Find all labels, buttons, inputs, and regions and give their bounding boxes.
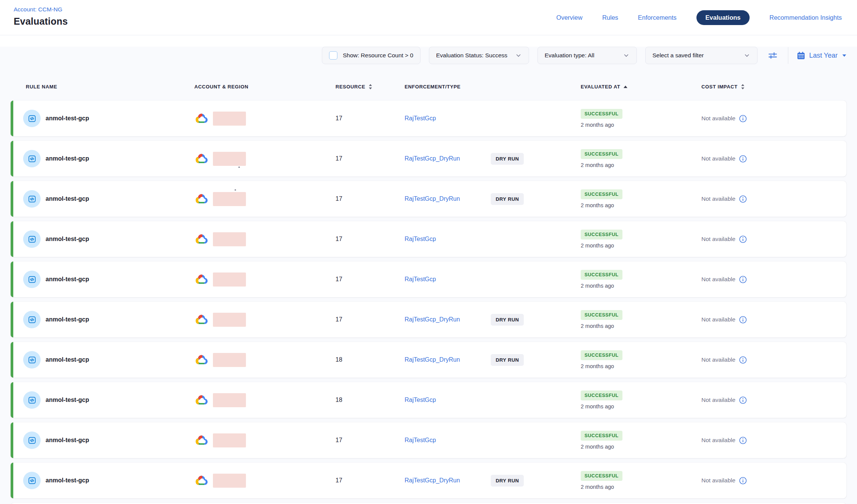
rule-code-icon <box>27 436 37 445</box>
enforcement-link[interactable]: RajTestGcp <box>405 115 491 122</box>
info-icon[interactable] <box>739 316 747 324</box>
resource-count-checkbox[interactable] <box>329 51 337 60</box>
info-icon[interactable] <box>739 477 747 485</box>
rule-avatar <box>23 150 41 167</box>
nav-tab-overview[interactable]: Overview <box>556 14 583 21</box>
rule-name-cell: anmol-test-gcp <box>11 432 194 449</box>
column-header-account-region: ACCOUNT & REGION <box>194 84 336 90</box>
enforcement-link[interactable]: RajTestGcp <box>405 437 491 444</box>
column-header-evaluated-at[interactable]: EVALUATED AT <box>581 84 701 90</box>
evaluation-row[interactable]: anmol-test-gcp 17 RajTestGcp SUCCESSFUL … <box>11 101 846 136</box>
enforcement-link[interactable]: RajTestGcp_DryRun <box>405 155 491 162</box>
sort-icon[interactable] <box>368 83 373 90</box>
enforcement-cell: RajTestGcp_DryRun DRY RUN <box>405 314 581 326</box>
enforcement-link[interactable]: RajTestGcp_DryRun <box>405 316 491 323</box>
resource-count-filter-toggle[interactable]: Show: Resource Count > 0 <box>322 47 421 64</box>
dry-run-badge: DRY RUN <box>491 475 524 487</box>
info-icon[interactable] <box>739 356 747 364</box>
gcp-cloud-icon <box>194 314 209 326</box>
chevron-down-icon <box>515 52 522 59</box>
evaluation-row[interactable]: anmol-test-gcp 18 RajTestGcp_DryRun DRY … <box>11 342 846 378</box>
rule-code-icon <box>27 154 37 164</box>
cost-impact-value: Not available <box>701 276 736 283</box>
status-accent-bar <box>11 382 13 418</box>
enforcement-link[interactable]: RajTestGcp <box>405 397 491 403</box>
status-accent-bar <box>11 422 13 458</box>
evaluation-row[interactable]: anmol-test-gcp 17 RajTestGcp SUCCESSFUL … <box>11 261 846 297</box>
nav-tab-rules[interactable]: Rules <box>602 14 618 21</box>
enforcement-link[interactable]: RajTestGcp <box>405 236 491 243</box>
enforcement-link[interactable]: RajTestGcp_DryRun <box>405 356 491 363</box>
sort-icon[interactable] <box>740 83 745 90</box>
evaluation-type-dropdown[interactable]: Evaluation type: All <box>537 47 637 64</box>
evaluated-time: 2 months ago <box>581 202 614 208</box>
rule-name-cell: anmol-test-gcp <box>11 230 194 248</box>
filter-bar: Show: Resource Count > 0 Evaluation Stat… <box>0 47 857 64</box>
nav-tab-recommendation-insights[interactable]: Recommendation Insights <box>769 14 842 21</box>
status-badge: SUCCESSFUL <box>581 310 622 320</box>
enforcement-link[interactable]: RajTestGcp <box>405 276 491 283</box>
info-icon[interactable] <box>739 235 747 243</box>
evaluation-row[interactable]: anmol-test-gcp 17 RajTestGcp_DryRun DRY … <box>11 302 846 337</box>
rule-code-icon <box>27 235 37 244</box>
info-icon[interactable] <box>739 276 747 284</box>
gcp-cloud-icon <box>194 394 209 406</box>
resource-count-filter-label: Show: Resource Count > 0 <box>343 52 413 59</box>
evaluated-at-cell: SUCCESSFUL 2 months ago <box>581 350 701 369</box>
resource-cell: 18 <box>336 397 405 403</box>
evaluation-status-dropdown[interactable]: Evaluation Status: Success <box>429 47 529 64</box>
enforcement-link[interactable]: RajTestGcp_DryRun <box>405 477 491 484</box>
rule-avatar <box>23 311 41 328</box>
evaluation-row[interactable]: anmol-test-gcp 17 RajTestGcp SUCCESSFUL … <box>11 422 846 458</box>
dry-run-badge: DRY RUN <box>491 193 524 205</box>
evaluation-row[interactable]: anmol-test-gcp 17 RajTestGcp SUCCESSFUL … <box>11 221 846 257</box>
evaluation-row[interactable]: anmol-test-gcp 17 RajTestGcp_DryRun DRY … <box>11 463 846 498</box>
rule-name-cell: anmol-test-gcp <box>11 472 194 489</box>
account-region-cell <box>194 232 336 246</box>
rule-avatar <box>23 351 41 369</box>
account-region-cell <box>194 393 336 407</box>
column-header-resource[interactable]: RESOURCE <box>336 83 405 90</box>
gcp-cloud-icon <box>194 435 209 446</box>
evaluated-time: 2 months ago <box>581 403 614 410</box>
cost-impact-value: Not available <box>701 437 736 444</box>
resource-count: 17 <box>336 236 342 243</box>
cost-impact-cell: Not available <box>701 477 846 485</box>
saved-filter-dropdown[interactable]: Select a saved filter <box>645 47 758 64</box>
sort-ascending-icon[interactable] <box>623 85 628 88</box>
status-badge: SUCCESSFUL <box>581 270 622 280</box>
rule-code-icon <box>27 114 37 123</box>
status-badge: SUCCESSFUL <box>581 350 622 360</box>
info-icon[interactable] <box>739 195 747 203</box>
info-icon[interactable] <box>739 115 747 123</box>
status-badge: SUCCESSFUL <box>581 431 622 441</box>
evaluations-table: anmol-test-gcp 17 RajTestGcp SUCCESSFUL … <box>0 101 857 498</box>
gcp-cloud-icon <box>194 153 209 165</box>
evaluation-row[interactable]: anmol-test-gcp 17 RajTestGcp_DryRun DRY … <box>11 141 846 176</box>
nav-tab-evaluations[interactable]: Evaluations <box>696 10 750 25</box>
date-range-picker[interactable]: Last Year <box>797 51 847 60</box>
cost-impact-value: Not available <box>701 195 736 202</box>
redacted-account-block <box>213 192 246 206</box>
rule-name: anmol-test-gcp <box>46 155 89 162</box>
rule-avatar <box>23 110 41 127</box>
info-icon[interactable] <box>739 155 747 163</box>
redacted-account-block <box>213 152 246 166</box>
chevron-down-icon <box>623 52 630 59</box>
evaluation-row[interactable]: anmol-test-gcp 18 RajTestGcp SUCCESSFUL … <box>11 382 846 418</box>
account-region-cell <box>194 112 336 126</box>
rule-name: anmol-test-gcp <box>46 195 89 202</box>
account-region-cell <box>194 192 336 206</box>
column-header-cost-impact[interactable]: COST IMPACT <box>701 83 846 90</box>
enforcement-link[interactable]: RajTestGcp_DryRun <box>405 195 491 202</box>
info-icon[interactable] <box>739 396 747 404</box>
divider <box>788 47 788 64</box>
top-bar: Account: CCM-NG Evaluations Overview Rul… <box>0 0 857 35</box>
account-breadcrumb[interactable]: Account: CCM-NG <box>14 6 68 13</box>
evaluation-row[interactable]: anmol-test-gcp 17 RajTestGcp_DryRun DRY … <box>11 181 846 217</box>
evaluated-at-cell: SUCCESSFUL 2 months ago <box>581 431 701 450</box>
cost-impact-value: Not available <box>701 115 736 122</box>
nav-tab-enforcements[interactable]: Enforcements <box>638 14 677 21</box>
filter-panel-button[interactable] <box>766 50 780 61</box>
info-icon[interactable] <box>739 436 747 444</box>
